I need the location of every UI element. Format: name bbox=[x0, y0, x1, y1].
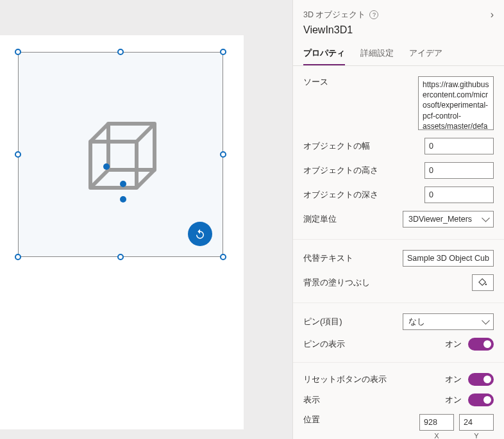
svg-line-5 bbox=[90, 170, 108, 188]
obj-width-label: オブジェクトの幅 bbox=[303, 140, 370, 152]
show-pins-label: ピンの表示 bbox=[303, 338, 345, 350]
source-input[interactable]: https://raw.githubusercontent.com/micros… bbox=[418, 76, 494, 130]
resize-handle-e[interactable] bbox=[220, 151, 226, 158]
object-type-text: 3D オブジェクト bbox=[303, 10, 365, 21]
obj-height-input[interactable] bbox=[424, 162, 494, 179]
obj-height-label: オブジェクトの高さ bbox=[303, 165, 378, 176]
help-icon[interactable]: ? bbox=[369, 10, 378, 19]
svg-point-6 bbox=[485, 283, 487, 285]
position-y-sublabel: Y bbox=[474, 432, 478, 439]
visible-toggle[interactable] bbox=[468, 393, 494, 406]
unit-select-value: 3DViewer_Meters bbox=[408, 215, 472, 224]
show-pins-toggle[interactable] bbox=[468, 338, 494, 351]
alt-text-input[interactable] bbox=[403, 250, 494, 267]
obj-depth-input[interactable] bbox=[424, 186, 494, 203]
show-pins-state: オン bbox=[445, 338, 462, 350]
show-reset-state: オン bbox=[445, 374, 462, 385]
resize-handle-ne[interactable] bbox=[220, 49, 226, 55]
chevron-right-icon[interactable]: › bbox=[491, 9, 494, 21]
reset-view-button[interactable] bbox=[188, 222, 212, 246]
visible-label: 表示 bbox=[303, 394, 320, 406]
tab-properties[interactable]: プロパティ bbox=[303, 42, 345, 65]
show-reset-toggle[interactable] bbox=[468, 373, 494, 386]
resize-handle-w[interactable] bbox=[15, 151, 21, 158]
paint-bucket-icon bbox=[478, 278, 487, 287]
svg-line-3 bbox=[137, 124, 155, 142]
selection-frame[interactable] bbox=[18, 52, 223, 257]
tab-ideas[interactable]: アイデア bbox=[409, 42, 442, 65]
unit-label: 測定単位 bbox=[303, 213, 337, 225]
position-x-sublabel: X bbox=[434, 432, 439, 439]
properties-scroll: ソース https://raw.githubusercontent.com/mi… bbox=[293, 66, 504, 439]
canvas-area bbox=[0, 0, 292, 439]
resize-handle-s[interactable] bbox=[117, 254, 124, 260]
svg-line-2 bbox=[90, 124, 108, 142]
visible-state: オン bbox=[445, 394, 462, 406]
properties-panel: 3D オブジェクト ? › ViewIn3D1 プロパティ 詳細設定 アイデア … bbox=[292, 0, 504, 439]
position-x-input[interactable] bbox=[419, 414, 454, 431]
show-reset-label: リセットボタンの表示 bbox=[303, 374, 387, 385]
tab-advanced[interactable]: 詳細設定 bbox=[360, 42, 394, 65]
obj-width-input[interactable] bbox=[424, 138, 494, 154]
object-name: ViewIn3D1 bbox=[303, 24, 494, 36]
pin-dot[interactable] bbox=[120, 181, 126, 187]
unit-select[interactable]: 3DViewer_Meters bbox=[403, 211, 494, 228]
resize-handle-sw[interactable] bbox=[15, 254, 21, 260]
pins-items-value: なし bbox=[408, 317, 425, 327]
pin-dot[interactable] bbox=[120, 196, 126, 203]
bgfill-label: 背景の塗りつぶし bbox=[303, 277, 370, 288]
source-label: ソース bbox=[303, 76, 328, 88]
pins-items-label: ピン(項目) bbox=[303, 316, 342, 327]
resize-handle-se[interactable] bbox=[220, 254, 226, 260]
resize-handle-nw[interactable] bbox=[15, 49, 21, 55]
resize-handle-n[interactable] bbox=[117, 49, 124, 55]
position-label: 位置 bbox=[303, 414, 320, 426]
bgfill-color-button[interactable] bbox=[472, 274, 494, 291]
reset-icon bbox=[194, 228, 206, 240]
position-y-input[interactable] bbox=[459, 414, 494, 431]
object-type-label: 3D オブジェクト ? bbox=[303, 10, 378, 21]
svg-line-4 bbox=[137, 170, 155, 188]
tabs-bar: プロパティ 詳細設定 アイデア bbox=[293, 42, 504, 66]
obj-depth-label: オブジェクトの深さ bbox=[303, 189, 378, 201]
panel-header: 3D オブジェクト ? › ViewIn3D1 bbox=[293, 0, 504, 42]
pins-items-select[interactable]: なし bbox=[403, 313, 494, 330]
alt-text-label: 代替テキスト bbox=[303, 253, 353, 264]
pin-dot[interactable] bbox=[103, 163, 110, 170]
